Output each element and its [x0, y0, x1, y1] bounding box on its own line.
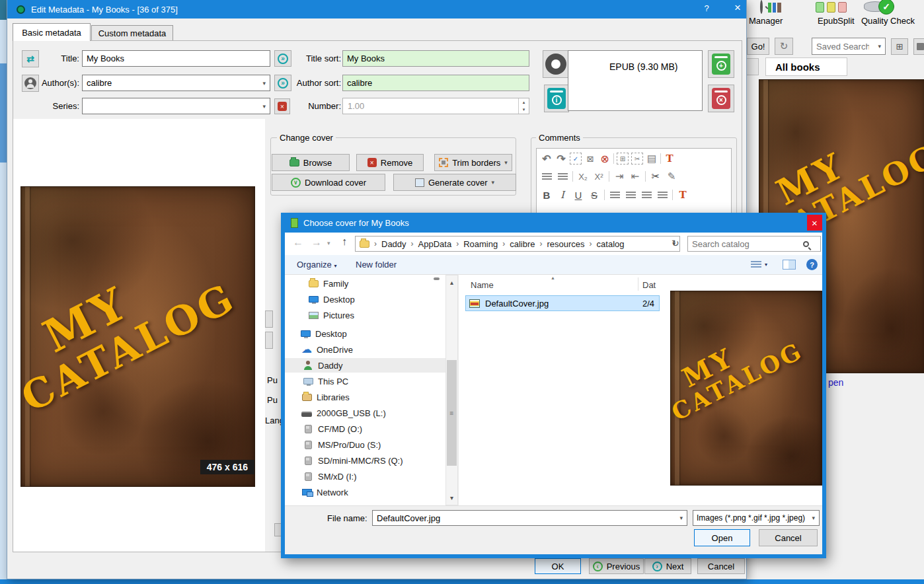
sidebar-item-pictures[interactable]: Pictures	[285, 308, 446, 322]
column-header-date[interactable]: Dat	[642, 280, 656, 290]
swap-title-author-button[interactable]: ⇄	[22, 50, 39, 67]
tab-custom-metadata[interactable]: Custom metadata	[91, 25, 173, 41]
partial-copy-metadata-button[interactable]	[265, 332, 273, 349]
next-button[interactable]: › Next	[644, 558, 691, 574]
align-center-icon[interactable]	[625, 189, 636, 201]
add-format-button[interactable]: +	[708, 50, 734, 78]
breadcrumb-item[interactable]: AppData	[418, 239, 452, 249]
toolbar-epubsplit-label[interactable]: EpubSplit	[818, 16, 855, 26]
breadcrumb-item[interactable]: catalog	[597, 239, 625, 249]
breadcrumb-item[interactable]: Roaming	[463, 239, 498, 249]
sidebar-item-onedrive[interactable]: ☁ OneDrive	[285, 342, 446, 357]
partial-paste-metadata-button[interactable]	[265, 310, 273, 328]
sidebar-item-smxd[interactable]: SM/xD (I:)	[285, 469, 446, 484]
organize-menu[interactable]: Organize ▾	[297, 260, 336, 270]
breadcrumb-item[interactable]: resources	[547, 239, 585, 249]
all-books-tab[interactable]: All books	[765, 57, 847, 76]
sidebar-scrollbar[interactable]: ▴ ≡ ▾	[445, 275, 458, 505]
spinner-buttons[interactable]: ▴ ▾	[518, 98, 529, 114]
select-all-icon[interactable]: ✓	[570, 153, 582, 164]
file-dialog-close-button[interactable]: ×	[807, 215, 822, 231]
help-icon[interactable]: ?	[806, 259, 818, 270]
superscript-icon[interactable]: X²	[593, 170, 605, 182]
saved-searches-combo[interactable]: ▾	[812, 38, 886, 55]
column-header-name[interactable]: Name	[471, 280, 494, 290]
save-search-button[interactable]	[913, 38, 924, 55]
clear-series-button[interactable]: ×	[274, 98, 290, 114]
sidebar-item-daddy[interactable]: Daddy	[285, 358, 446, 373]
view-mode-chevron-icon[interactable]: ▾	[765, 262, 767, 268]
align-justify-icon[interactable]	[656, 189, 668, 201]
foreground-color-icon[interactable]: T	[664, 153, 675, 164]
background-color-icon[interactable]: T	[677, 189, 689, 201]
sidebar-item-network[interactable]: Network	[285, 485, 446, 499]
format-entry-label[interactable]: EPUB (9.30 MB)	[609, 61, 677, 72]
series-number-spinner[interactable]: 1.00 ▴ ▾	[342, 98, 529, 114]
sidebar-item-usb-drive[interactable]: 2000GB_USB (L:)	[285, 406, 446, 420]
generate-cover-button[interactable]: Generate cover ▾	[393, 174, 516, 191]
outdent-icon[interactable]: ⇤	[629, 170, 641, 182]
file-row-selected[interactable]: DefaultCover.jpg	[465, 295, 660, 311]
sidebar-item-this-pc[interactable]: This PC	[285, 374, 446, 388]
book-cover-image[interactable]: MY CATALOG 476 x 616	[20, 186, 255, 487]
scrollbar-thumb[interactable]: ≡	[447, 360, 457, 466]
saved-searches-input[interactable]	[812, 38, 873, 54]
underline-icon[interactable]: U	[572, 189, 584, 201]
spin-up-icon[interactable]: ▴	[523, 100, 525, 105]
unordered-list-icon[interactable]	[557, 170, 568, 182]
trim-borders-button[interactable]: Trim borders ▾	[434, 154, 512, 171]
view-mode-icon[interactable]	[751, 261, 761, 269]
series-combo[interactable]: ▾	[82, 98, 270, 114]
auto-title-sort-button[interactable]: »	[274, 50, 291, 67]
close-button[interactable]: ×	[730, 1, 745, 16]
recent-locations-chevron-icon[interactable]: ▾	[327, 240, 330, 246]
remove-all-icon[interactable]: ⊗	[599, 153, 611, 164]
toolbar-manager-icon[interactable]	[760, 0, 783, 13]
search-input[interactable]	[688, 237, 800, 251]
refresh-icon[interactable]: ↻	[672, 238, 679, 248]
open-button[interactable]: Open	[694, 529, 750, 546]
toolbar-epubsplit-icon[interactable]	[816, 2, 849, 14]
strikethrough-icon[interactable]: S	[588, 189, 600, 201]
paste-icon[interactable]: ▤	[646, 153, 658, 164]
copy-search-button[interactable]: ⊞	[891, 38, 908, 55]
sidebar-item-cfmd[interactable]: CF/MD (O:)	[285, 421, 446, 436]
edit-metadata-titlebar[interactable]: Edit Metadata - My Books - [36 of 375]	[7, 0, 746, 18]
redo-icon[interactable]: ↷	[555, 153, 567, 164]
cut-icon[interactable]: ✂	[631, 153, 643, 164]
forward-icon[interactable]: →	[311, 237, 322, 248]
set-metadata-from-format-button[interactable]: i	[544, 85, 569, 112]
file-name-combo[interactable]: ▾	[372, 510, 687, 526]
sidebar-item-desktop-quick[interactable]: Desktop	[285, 292, 446, 307]
new-folder-button[interactable]: New folder	[356, 260, 397, 270]
smarten-punctuation-icon[interactable]: ✂	[650, 170, 662, 182]
browse-cover-button[interactable]: Browse	[272, 154, 350, 171]
refresh-search-button[interactable]: ↻	[775, 38, 793, 55]
sidebar-item-desktop[interactable]: Desktop	[285, 326, 446, 341]
file-name-input[interactable]	[373, 511, 670, 525]
sidebar-item-msproduo[interactable]: MS/Pro/Duo (S:)	[285, 437, 446, 452]
toolbar-quality-check-icon[interactable]: ✓	[864, 0, 898, 13]
scroll-up-button[interactable]: ▴	[446, 277, 457, 288]
italic-icon[interactable]: I	[557, 189, 568, 201]
subscript-icon[interactable]: X₂	[577, 170, 589, 182]
toolbar-quality-check-label[interactable]: Quality Check	[861, 16, 915, 26]
align-right-icon[interactable]	[640, 189, 652, 201]
author-sort-input[interactable]	[342, 75, 529, 91]
read-metadata-from-format-button[interactable]	[543, 50, 569, 78]
copy-icon[interactable]: ⊞	[617, 153, 629, 164]
download-cover-button[interactable]: ∨ Download cover	[272, 174, 385, 191]
remove-format-button[interactable]: ×	[708, 85, 734, 112]
spin-down-icon[interactable]: ▾	[523, 107, 525, 112]
formats-list[interactable]: EPUB EPUB (9.30 MB)	[568, 50, 703, 111]
file-dialog-titlebar[interactable]: Choose cover for My Books	[285, 213, 822, 233]
sort-ascending-icon[interactable]: ▲	[551, 275, 555, 280]
scroll-down-button[interactable]: ▾	[446, 492, 457, 503]
title-sort-input[interactable]	[342, 50, 529, 67]
authors-input[interactable]	[83, 75, 254, 91]
file-dialog-cancel-button[interactable]: Cancel	[759, 529, 818, 546]
up-icon[interactable]: ↑	[342, 236, 347, 248]
cancel-button[interactable]: Cancel	[697, 558, 745, 574]
search-box[interactable]	[687, 236, 821, 252]
column-divider[interactable]	[638, 277, 638, 291]
